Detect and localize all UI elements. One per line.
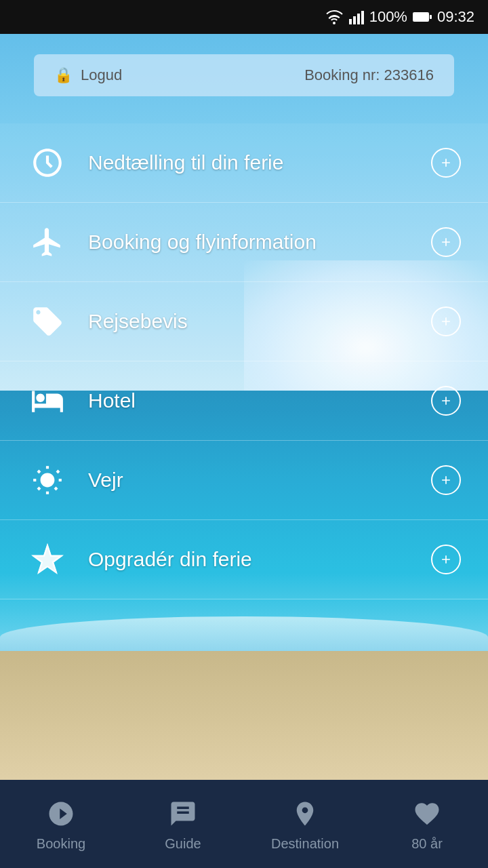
time-text: 09:32	[437, 8, 474, 26]
wifi-icon	[325, 9, 344, 24]
svg-rect-1	[353, 16, 356, 24]
menu-item-rejsebevis[interactable]: Rejsebevis	[0, 282, 488, 361]
menu-item-vejr[interactable]: Vejr	[0, 441, 488, 520]
nav-item-guide[interactable]: Guide	[122, 790, 244, 859]
booking-number: Booking nr: 233616	[304, 66, 434, 84]
upgrade-add-button[interactable]	[431, 545, 461, 574]
rejsebevis-label: Rejsebevis	[88, 310, 431, 333]
guide-nav-icon	[166, 797, 200, 831]
battery-icon	[413, 11, 432, 23]
countdown-add-button[interactable]	[431, 148, 461, 178]
svg-rect-6	[413, 13, 428, 21]
clock-icon	[27, 142, 68, 183]
hotel-icon	[27, 380, 68, 421]
hotel-add-button[interactable]	[431, 386, 461, 416]
bottom-navigation: Booking Guide Destination 80 år	[0, 780, 488, 868]
tag-icon	[27, 301, 68, 342]
hotel-label: Hotel	[88, 389, 431, 412]
destination-nav-label: Destination	[271, 836, 339, 852]
sun-icon	[27, 460, 68, 500]
svg-rect-0	[349, 19, 352, 24]
menu-list: Nedtælling til din ferie Booking og flyi…	[0, 123, 488, 780]
destination-nav-icon	[288, 797, 322, 831]
login-bar[interactable]: 🔒 Logud Booking nr: 233616	[34, 54, 454, 96]
menu-item-upgrade[interactable]: Opgradér din ferie	[0, 520, 488, 599]
menu-item-countdown[interactable]: Nedtælling til din ferie	[0, 123, 488, 203]
rejsebevis-add-button[interactable]	[431, 307, 461, 336]
booking-nav-icon	[44, 797, 78, 831]
countdown-label: Nedtælling til din ferie	[88, 151, 431, 174]
status-icons: 100% 09:32	[325, 8, 474, 26]
svg-rect-7	[430, 15, 432, 19]
svg-rect-2	[357, 14, 360, 24]
nav-item-booking[interactable]: Booking	[0, 790, 122, 859]
vejr-label: Vejr	[88, 469, 431, 492]
80ar-nav-icon	[410, 797, 444, 831]
logout-label: Logud	[81, 66, 122, 84]
signal-icon	[349, 9, 364, 24]
menu-item-booking-flight[interactable]: Booking og flyinformation	[0, 203, 488, 282]
booking-flight-add-button[interactable]	[431, 227, 461, 257]
star-icon	[27, 539, 68, 580]
80ar-nav-label: 80 år	[411, 836, 443, 852]
plane-icon	[27, 222, 68, 262]
svg-rect-3	[361, 11, 364, 24]
menu-item-hotel[interactable]: Hotel	[0, 361, 488, 441]
vejr-add-button[interactable]	[431, 465, 461, 495]
nav-item-80ar[interactable]: 80 år	[366, 790, 488, 859]
battery-text: 100%	[369, 8, 407, 26]
status-bar: 100% 09:32	[0, 0, 488, 34]
logout-section: 🔒 Logud	[54, 66, 122, 84]
nav-item-destination[interactable]: Destination	[244, 790, 366, 859]
upgrade-label: Opgradér din ferie	[88, 548, 431, 571]
lock-icon: 🔒	[54, 66, 73, 84]
booking-nav-label: Booking	[37, 836, 85, 852]
booking-flight-label: Booking og flyinformation	[88, 231, 431, 254]
main-content: 🔒 Logud Booking nr: 233616 Nedtælling ti…	[0, 34, 488, 780]
guide-nav-label: Guide	[165, 836, 201, 852]
